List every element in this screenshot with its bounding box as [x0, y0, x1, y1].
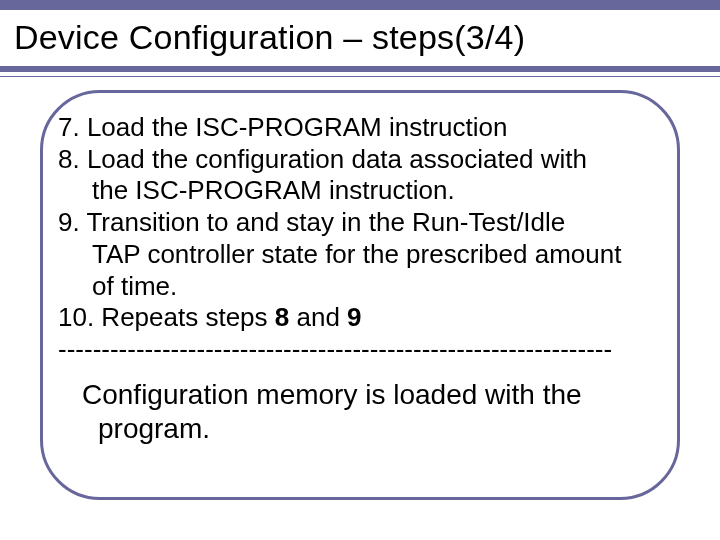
- step-8-line1: 8. Load the configuration data associate…: [58, 144, 587, 174]
- conclusion-text: Configuration memory is loaded with the …: [82, 378, 662, 445]
- separator-dashes: ----------------------------------------…: [58, 334, 658, 366]
- step-7: 7. Load the ISC-PROGRAM instruction: [58, 112, 507, 142]
- title-underline-thin: [0, 76, 720, 77]
- slide: Device Configuration – steps(3/4) 7. Loa…: [0, 0, 720, 540]
- step-9-line1: 9. Transition to and stay in the Run-Tes…: [58, 207, 565, 237]
- step-9-line3: of time.: [58, 271, 668, 303]
- slide-title: Device Configuration – steps(3/4): [14, 18, 525, 57]
- step-8-line2: the ISC-PROGRAM instruction.: [58, 175, 668, 207]
- step-10-ref-9: 9: [347, 302, 361, 332]
- body-text: 7. Load the ISC-PROGRAM instruction 8. L…: [58, 112, 668, 366]
- conclusion-line2: program.: [82, 412, 662, 446]
- step-10-and: and: [289, 302, 347, 332]
- step-9-line2: TAP controller state for the prescribed …: [58, 239, 668, 271]
- step-10-prefix: 10. Repeats steps: [58, 302, 275, 332]
- step-10-ref-8: 8: [275, 302, 289, 332]
- title-underline-thick: [0, 66, 720, 72]
- step-10: 10. Repeats steps 8 and 9: [58, 302, 362, 332]
- top-accent-bar: [0, 0, 720, 10]
- conclusion-line1: Configuration memory is loaded with the: [82, 379, 582, 410]
